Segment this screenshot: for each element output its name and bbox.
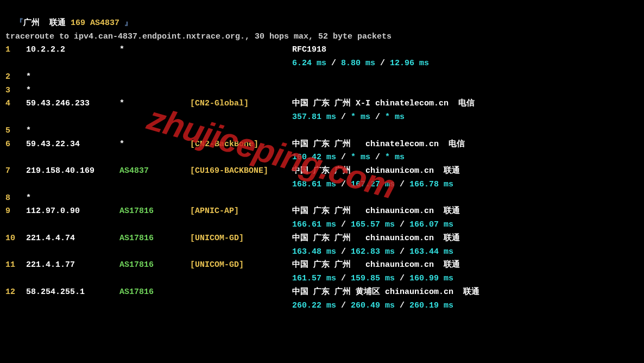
hop-ip: 58.254.255.1 (26, 286, 119, 299)
hop-number: 4 (5, 97, 26, 111)
hop-location: 中国 广东 广州 chinaunicom.cn 联通 (292, 260, 460, 270)
hop-asn: AS17816 (119, 259, 190, 272)
hop-accent: X-I (356, 99, 370, 108)
hop-number: 9 (5, 205, 26, 218)
hop-details: RFC19186.24 ms / 8.80 ms / 12.96 ms (292, 43, 639, 71)
hop-number: 5 (5, 124, 26, 138)
hop-timings: 6.24 ms / 8.80 ms / 12.96 ms (292, 57, 639, 71)
hop-network-tag: [CN2-Global] (190, 97, 292, 111)
hop-asn: AS17816 (119, 232, 190, 246)
hop-row: 9112.97.0.90AS17816[APNIC-AP]中国 广东 广州 ch… (5, 205, 639, 232)
hop-network-tag: [CU169-BACKBONE] (190, 165, 292, 178)
header-loc: 广州 联通 (23, 18, 71, 28)
hop-row: 10221.4.4.74AS17816[UNICOM-GD]中国 广东 广州 c… (5, 232, 639, 259)
hop-number: 12 (5, 286, 26, 299)
separator: / (336, 180, 351, 189)
timing-3: 160.99 ms (409, 274, 453, 283)
hop-details: 中国 广东 广州 chinaunicom.cn 联通168.61 ms / 16… (292, 165, 639, 192)
hop-number: 6 (5, 138, 26, 152)
hop-timings: 168.61 ms / 167.27 ms / 166.78 ms (292, 178, 639, 192)
timing-1: 166.61 ms (292, 220, 336, 229)
hop-number: 7 (5, 165, 26, 178)
hop-network-tag: [UNICOM-GD] (190, 232, 292, 246)
hop-details: 中国 广东 广州 chinaunicom.cn 联通163.48 ms / 16… (292, 232, 639, 259)
timing-2: 162.83 ms (351, 247, 395, 256)
hop-timings: 357.81 ms / * ms / * ms (292, 111, 639, 124)
hop-timings: 160.42 ms / * ms / * ms (292, 151, 639, 165)
timing-1: 161.57 ms (292, 274, 336, 283)
timing-3: 166.78 ms (409, 180, 453, 189)
timing-3: 12.96 ms (390, 59, 429, 68)
timing-3: 163.44 ms (409, 247, 453, 256)
separator: / (336, 153, 351, 162)
hop-asn: AS17816 (119, 205, 190, 218)
traceroute-command: traceroute to ipv4.can-4837.endpoint.nxt… (5, 30, 639, 44)
timing-2: 8.80 ms (341, 59, 375, 68)
hop-location: 中国 广东 广州 chinaunicom.cn 联通 (292, 166, 460, 176)
hop-row: 2* (5, 71, 639, 84)
header-asn: 169 AS4837 (71, 18, 124, 28)
hop-row: 459.43.246.233*[CN2-Global]中国 广东 广州 X-I … (5, 97, 639, 124)
hop-timeout: * (26, 124, 119, 138)
hops-container: 110.2.2.2*RFC19186.24 ms / 8.80 ms / 12.… (5, 43, 639, 312)
separator: / (395, 180, 409, 189)
hop-details: 中国 广东 广州 黄埔区 chinaunicom.cn 联通260.22 ms … (292, 286, 639, 313)
timing-1: 6.24 ms (292, 59, 326, 68)
hop-number: 10 (5, 232, 26, 246)
hop-network-tag: [CN2-BackBone] (190, 138, 292, 152)
hop-asn: AS17816 (119, 286, 190, 299)
hop-row: 8* (5, 192, 639, 205)
timing-2: 165.57 ms (351, 220, 395, 229)
hop-timings: 260.22 ms / 260.49 ms / 260.19 ms (292, 299, 639, 313)
hop-timeout: * (26, 84, 119, 98)
hop-row: 110.2.2.2*RFC19186.24 ms / 8.80 ms / 12.… (5, 43, 639, 71)
hop-asn: * (119, 43, 190, 57)
hop-asn: * (119, 138, 190, 152)
hop-details: 中国 广东 广州 chinatelecom.cn 电信160.42 ms / *… (292, 138, 639, 165)
hop-ip: 112.97.0.90 (26, 205, 119, 218)
hop-location: 中国 广东 广州 chinaunicom.cn 联通 (292, 234, 460, 243)
hop-row: 3* (5, 84, 639, 98)
hop-number: 8 (5, 192, 26, 205)
hop-location: 中国 广东 广州 黄埔区 chinaunicom.cn 联通 (292, 287, 479, 297)
hop-row: 5* (5, 124, 639, 138)
hop-asn: * (119, 97, 190, 111)
separator: / (395, 247, 409, 256)
separator: / (336, 112, 351, 122)
timing-1: 260.22 ms (292, 301, 336, 310)
separator: / (326, 59, 341, 68)
hop-location: 中国 广东 广州 (292, 99, 356, 108)
timing-3: 260.19 ms (409, 301, 453, 310)
timing-1: 163.48 ms (292, 247, 336, 256)
hop-ip: 59.43.22.34 (26, 138, 119, 152)
hop-timings: 161.57 ms / 159.85 ms / 160.99 ms (292, 272, 639, 286)
hop-ip: 10.2.2.2 (26, 43, 119, 57)
separator: / (375, 59, 390, 68)
hop-asn: AS4837 (119, 165, 190, 178)
separator: / (395, 274, 409, 283)
bracket-close: 』 (124, 18, 132, 28)
hop-number: 3 (5, 84, 26, 98)
hop-timeout: * (26, 192, 119, 205)
bracket-open: 『 (15, 18, 23, 28)
separator: / (336, 247, 351, 256)
hop-details: 中国 广东 广州 chinaunicom.cn 联通166.61 ms / 16… (292, 205, 639, 232)
hop-ip: 219.158.40.169 (26, 165, 119, 178)
separator: / (336, 301, 351, 310)
separator: / (336, 220, 351, 229)
hop-ip: 59.43.246.233 (26, 97, 119, 111)
timing-2: 167.27 ms (351, 180, 395, 189)
hop-details: 中国 广东 广州 X-I chinatelecom.cn 电信357.81 ms… (292, 97, 639, 124)
hop-network-tag: [APNIC-AP] (190, 205, 292, 218)
timing-2: 260.49 ms (351, 301, 395, 310)
traceroute-header: 『广州 联通 169 AS4837 』 (5, 3, 639, 30)
hop-row: 11221.4.1.77AS17816[UNICOM-GD]中国 广东 广州 c… (5, 259, 639, 286)
hop-network-tag: [UNICOM-GD] (190, 259, 292, 272)
timing-3: 166.07 ms (409, 220, 453, 229)
timing-2: * ms (351, 153, 370, 162)
timing-3: * ms (385, 112, 405, 122)
hop-timings: 163.48 ms / 162.83 ms / 163.44 ms (292, 246, 639, 259)
hop-location: 中国 广东 广州 chinatelecom.cn 电信 (292, 140, 465, 149)
timing-1: 357.81 ms (292, 112, 336, 122)
hop-location: RFC1918 (292, 45, 326, 54)
